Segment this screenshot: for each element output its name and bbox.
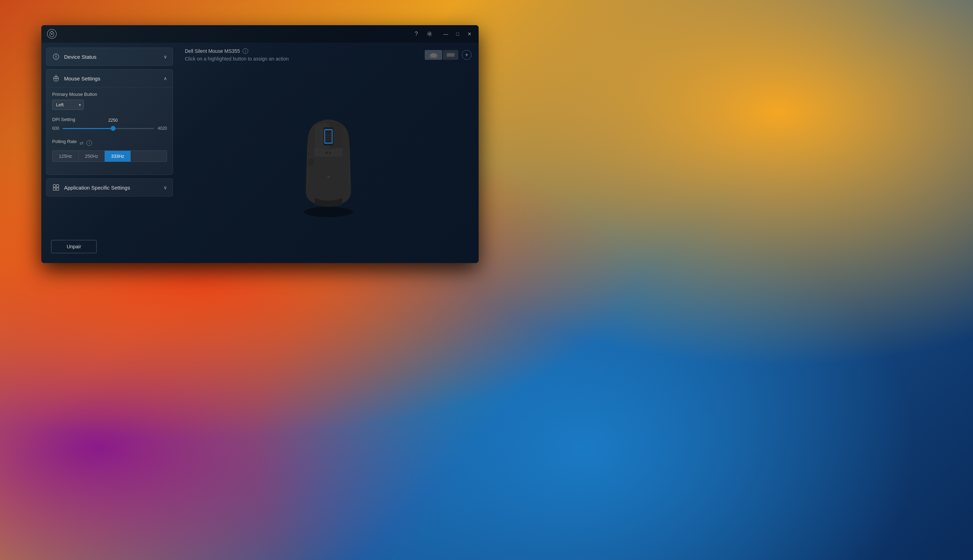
- mouse-settings-header[interactable]: Mouse Settings ∧: [47, 70, 172, 87]
- dpi-slider-track: [63, 128, 154, 129]
- svg-rect-25: [325, 130, 332, 143]
- dpi-min-value: 600: [52, 126, 59, 131]
- app-specific-section: Application Specific Settings ∨: [46, 178, 173, 197]
- unpair-section: Unpair: [46, 235, 173, 258]
- mouse-settings-icon: [52, 75, 60, 82]
- device-status-icon: [52, 53, 60, 60]
- svg-rect-16: [53, 188, 56, 190]
- maximize-button[interactable]: □: [454, 30, 461, 37]
- dpi-current-value: 2250: [108, 118, 118, 123]
- mouse-svg: [290, 100, 367, 219]
- device-status-header-left: Device Status: [52, 53, 97, 60]
- title-bar-right: ? — □ ✕: [413, 30, 473, 37]
- dpi-slider-thumb[interactable]: [110, 126, 115, 131]
- svg-point-5: [429, 33, 431, 35]
- app-specific-chevron: ∨: [164, 185, 167, 190]
- device-name-label: Dell Silent Mouse MS355: [185, 48, 240, 54]
- settings-icon[interactable]: [426, 30, 433, 37]
- primary-button-select[interactable]: Left Right: [52, 100, 84, 110]
- primary-button-select-wrapper: Left Right ▾: [52, 100, 84, 110]
- polling-rate-info-icon[interactable]: i: [87, 140, 92, 146]
- polling-buttons-group: 125Hz 250Hz 333Hz: [52, 150, 167, 162]
- app-specific-header-left: Application Specific Settings: [52, 183, 130, 191]
- help-icon[interactable]: ?: [413, 30, 420, 37]
- polling-rate-label: Polling Rate: [52, 139, 77, 144]
- dpi-max-value: 4020: [157, 126, 167, 131]
- svg-point-32: [327, 152, 330, 154]
- mouse-settings-header-left: Mouse Settings: [52, 75, 100, 82]
- add-profile-button[interactable]: +: [462, 50, 471, 60]
- device-header: Dell Silent Mouse MS355 i Click on a hig…: [185, 48, 471, 62]
- polling-rate-group: Polling Rate ⇄ i 125Hz 250Hz 333Hz: [52, 139, 167, 162]
- svg-point-33: [328, 176, 329, 178]
- polling-rate-icon: ⇄: [79, 140, 84, 146]
- app-logo-icon: [47, 29, 57, 39]
- svg-point-1: [51, 33, 52, 35]
- instruction-text: Click on a highlighted button to assign …: [185, 56, 289, 62]
- mouse-settings-body: Primary Mouse Button Left Right ▾ DPI Se…: [47, 87, 172, 175]
- left-panel: Device Status ∨: [41, 43, 178, 263]
- device-status-header[interactable]: Device Status ∨: [47, 48, 172, 65]
- svg-rect-21: [447, 53, 454, 56]
- minimize-button[interactable]: —: [442, 30, 449, 37]
- dpi-setting-group: DPI Setting 600 2250 4020: [52, 117, 167, 132]
- app-specific-icon: [52, 183, 60, 191]
- polling-btn-125hz[interactable]: 125Hz: [52, 151, 79, 162]
- app-specific-header[interactable]: Application Specific Settings ∨: [47, 179, 172, 196]
- app-window: ? — □ ✕: [41, 25, 479, 263]
- dpi-slider-container: 2250: [63, 125, 154, 132]
- profile-thumb-2[interactable]: [443, 50, 458, 60]
- dpi-slider-fill: [63, 128, 113, 129]
- right-panel: Dell Silent Mouse MS355 i Click on a hig…: [178, 43, 479, 263]
- window-controls: — □ ✕: [442, 30, 473, 37]
- mouse-settings-section: Mouse Settings ∧ Primary Mouse Button Le…: [46, 69, 173, 175]
- mouse-image: [290, 100, 367, 219]
- device-info-icon[interactable]: i: [242, 48, 248, 54]
- profile-thumb-1[interactable]: [425, 50, 442, 60]
- mouse-settings-label: Mouse Settings: [64, 75, 100, 82]
- primary-button-label: Primary Mouse Button: [52, 92, 167, 97]
- app-specific-label: Application Specific Settings: [64, 185, 130, 191]
- polling-label-row: Polling Rate ⇄ i: [52, 139, 167, 147]
- close-button[interactable]: ✕: [466, 30, 473, 37]
- device-status-section: Device Status ∨: [46, 48, 173, 66]
- primary-button-group: Primary Mouse Button Left Right ▾: [52, 92, 167, 110]
- svg-point-13: [56, 79, 56, 79]
- svg-point-19: [430, 53, 436, 57]
- polling-btn-250hz[interactable]: 250Hz: [79, 151, 105, 162]
- device-info-left: Dell Silent Mouse MS355 i Click on a hig…: [185, 48, 289, 62]
- dpi-row: 600 2250 4020: [52, 125, 167, 132]
- title-bar: ? — □ ✕: [41, 25, 479, 43]
- svg-rect-15: [56, 185, 59, 187]
- svg-point-8: [56, 55, 56, 56]
- title-bar-left: [47, 29, 57, 39]
- mouse-settings-chevron: ∧: [164, 75, 167, 81]
- main-content: Device Status ∨: [41, 43, 479, 263]
- device-status-label: Device Status: [64, 54, 97, 60]
- device-actions: +: [425, 50, 471, 60]
- mouse-display: [185, 62, 471, 257]
- polling-btn-333hz[interactable]: 333Hz: [105, 151, 130, 162]
- device-status-chevron: ∨: [164, 54, 167, 60]
- svg-rect-17: [56, 188, 59, 190]
- unpair-button[interactable]: Unpair: [51, 240, 97, 253]
- device-name-row: Dell Silent Mouse MS355 i: [185, 48, 289, 54]
- svg-point-22: [304, 207, 353, 217]
- svg-rect-14: [53, 185, 56, 187]
